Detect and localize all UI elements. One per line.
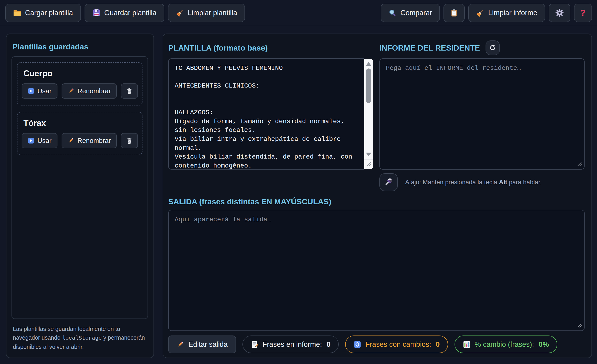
edit-output-label: Editar salida [189,340,228,348]
microphone-icon [383,177,394,188]
pencil-icon [68,87,74,95]
hint-key: Alt [499,179,507,186]
plantilla-textarea[interactable]: TC ABDOMEN Y PELVIS FEMENINO ANTECEDENTE… [168,58,364,170]
stat-label: % cambio (frases): [475,340,534,348]
use-template-button[interactable]: Usar [22,133,57,148]
informe-textarea-wrap [379,58,585,170]
broom-icon [176,9,184,17]
informe-textarea[interactable] [379,58,585,170]
footer-code: localStorage [62,335,102,341]
stat-value: 0 [436,340,440,348]
top-toolbar: Cargar plantilla Guardar plantilla Limpi… [0,0,597,26]
stat-frases-cambios: Frases con cambios: 0 [345,335,448,353]
clipboard-icon [450,9,458,17]
salida-title: SALIDA (frases distintas EN MAYÚSCULAS) [168,197,331,206]
resize-corner[interactable] [364,159,373,169]
rename-template-label: Renombrar [78,87,111,95]
salida-textarea[interactable] [168,210,585,331]
folder-icon [13,9,21,17]
sync-icon [353,340,361,348]
plantilla-scrollbar[interactable] [364,59,373,169]
hint-text-pre: Atajo: Mantén presionada la tecla [405,179,499,186]
trash-icon [126,137,133,144]
gear-icon [555,8,564,17]
use-template-label: Usar [38,87,51,95]
template-actions: Usar Renombrar [24,133,136,148]
template-card-cuerpo: Cuerpo Usar Renombrar [17,62,142,105]
reset-icon [488,44,497,52]
trash-icon [126,87,133,95]
pencil-icon [176,340,184,348]
plantilla-title: PLANTILLA (formato base) [168,43,268,52]
salida-textarea-wrap [168,210,585,331]
clear-report-button[interactable]: Limpiar informe [468,4,545,22]
delete-template-button[interactable] [121,133,138,148]
plantilla-textarea-wrap: TC ABDOMEN Y PELVIS FEMENINO ANTECEDENTE… [168,58,373,170]
play-icon [28,137,34,144]
microphone-button[interactable] [379,173,398,191]
clear-template-button[interactable]: Limpiar plantilla [168,4,245,22]
plantilla-column: PLANTILLA (formato base) TC ABDOMEN Y PE… [168,40,373,191]
hint-text-post: para hablar. [507,179,542,186]
play-icon [28,87,34,95]
scroll-up-arrow-icon[interactable] [366,62,371,66]
settings-button[interactable] [549,4,570,22]
edit-output-button[interactable]: Editar salida [168,335,236,353]
plantilla-header: PLANTILLA (formato base) [168,40,373,55]
salida-header: SALIDA (frases distintas EN MAYÚSCULAS) [168,197,585,206]
mic-shortcut-hint: Atajo: Mantén presionada la tecla Alt pa… [405,179,542,186]
informe-title: INFORME DEL RESIDENTE [379,43,480,52]
use-template-button[interactable]: Usar [22,83,57,99]
informe-column: INFORME DEL RESIDENTE [379,40,585,191]
memo-icon [251,340,259,348]
template-name: Tórax [24,118,136,128]
informe-header: INFORME DEL RESIDENTE [379,40,585,55]
load-template-label: Cargar plantilla [25,9,73,17]
chart-icon [463,340,471,348]
salida-stats-row: Editar salida Frases en informe: 0 Frase… [168,335,585,353]
stat-value: 0% [539,340,549,348]
saved-templates-panel: Plantillas guardadas Cuerpo Usar [6,33,154,358]
reset-informe-button[interactable] [486,40,500,55]
toolbar-left-group: Cargar plantilla Guardar plantilla Limpi… [5,4,245,22]
template-card-torax: Tórax Usar Renombrar [17,112,142,155]
question-icon: ? [581,8,586,18]
save-template-label: Guardar plantilla [104,9,157,17]
mic-row: Atajo: Mantén presionada la tecla Alt pa… [379,173,585,191]
scrollbar-thumb[interactable] [366,69,371,103]
scroll-down-arrow-icon[interactable] [366,153,371,156]
sidebar-footer-note: Las plantillas se guardan localmente en … [11,324,148,351]
help-button[interactable]: ? [574,4,592,22]
compare-button[interactable]: Comparar [381,4,440,22]
clear-report-label: Limpiar informe [488,9,537,17]
pencil-icon [68,137,74,144]
content-area: Plantillas guardadas Cuerpo Usar [0,26,597,361]
use-template-label: Usar [38,137,51,144]
stat-label: Frases en informe: [263,340,322,348]
magnifier-icon [389,9,397,17]
floppy-icon [92,9,101,17]
main-panel: PLANTILLA (formato base) TC ABDOMEN Y PE… [163,33,592,358]
delete-template-button[interactable] [121,83,138,99]
save-template-button[interactable]: Guardar plantilla [85,4,164,22]
clipboard-button[interactable] [443,4,465,22]
broom-icon [476,9,484,17]
rename-template-button[interactable]: Renombrar [62,133,117,148]
stat-frases-informe: Frases en informe: 0 [243,335,339,353]
saved-templates-title: Plantillas guardadas [12,42,148,51]
clear-template-label: Limpiar plantilla [188,9,237,17]
compare-label: Comparar [401,9,432,17]
rename-template-button[interactable]: Renombrar [62,83,117,99]
stat-porcentaje-cambio: % cambio (frases): 0% [455,335,557,353]
load-template-button[interactable]: Cargar plantilla [5,4,81,22]
template-actions: Usar Renombrar [24,83,136,99]
stat-label: Frases con cambios: [365,340,431,348]
resize-grip-icon [366,161,372,168]
rename-template-label: Renombrar [78,137,111,144]
template-name: Cuerpo [24,69,136,78]
upper-columns: PLANTILLA (formato base) TC ABDOMEN Y PE… [168,40,585,191]
toolbar-right-group: Comparar Limpiar informe ? [381,4,592,22]
template-list: Cuerpo Usar Renombrar [11,56,148,319]
stat-value: 0 [327,340,330,348]
